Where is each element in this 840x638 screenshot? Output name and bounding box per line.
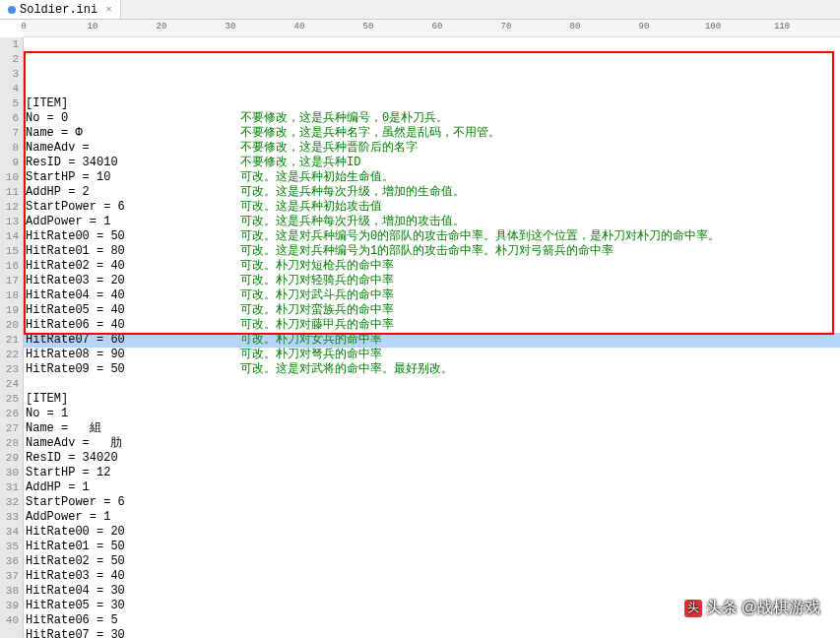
code-line[interactable]: Name = Φ不要修改，这是兵种名字，虽然是乱码，不用管。	[24, 126, 840, 141]
code-line[interactable]: HitRate02 = 50	[24, 554, 840, 569]
code-line[interactable]: HitRate05 = 40可改。朴刀对蛮族兵的命中率	[24, 303, 840, 318]
comment-text: 可改。朴刀对弩兵的命中率	[240, 348, 382, 362]
ruler-mark: 30	[226, 22, 236, 32]
line-number: 30	[0, 466, 19, 480]
line-number: 15	[0, 244, 19, 259]
ruler-mark: 0	[21, 22, 26, 32]
code-line[interactable]: AddPower = 1可改。这是兵种每次升级，增加的攻击值。	[24, 215, 840, 229]
code-text: HitRate04 = 40	[24, 288, 240, 303]
comment-text: 可改。这是对兵种编号为0的部队的攻击命中率。具体到这个位置，是朴刀对朴刀的命中率…	[240, 229, 720, 244]
code-line[interactable]: HitRate01 = 80可改。这是对兵种编号为1的部队的攻击命中率。朴刀对弓…	[24, 244, 840, 259]
code-line[interactable]: HitRate07 = 60可改。朴刀对女兵的命中率	[24, 333, 840, 348]
code-line[interactable]: No = 1	[24, 407, 840, 421]
comment-text: 可改。朴刀对武斗兵的命中率	[240, 288, 394, 303]
line-number: 14	[0, 229, 19, 244]
code-line[interactable]: ResID = 34020	[24, 451, 840, 466]
line-number: 8	[0, 141, 19, 156]
code-line[interactable]: Name = 組	[24, 421, 840, 436]
watermark: 头 头条 @战棋游戏	[684, 598, 820, 618]
comment-text: 可改。朴刀对藤甲兵的命中率	[240, 318, 394, 333]
code-line[interactable]: [ITEM]	[24, 392, 840, 407]
line-number: 21	[0, 333, 19, 348]
code-text: HitRate01 = 50	[24, 540, 240, 554]
code-line[interactable]: StartHP = 12	[24, 466, 840, 480]
code-line[interactable]: AddHP = 1	[24, 480, 840, 495]
line-number: 19	[0, 303, 19, 318]
code-line[interactable]: HitRate00 = 50可改。这是对兵种编号为0的部队的攻击命中率。具体到这…	[24, 229, 840, 244]
code-text: AddHP = 1	[24, 480, 240, 495]
code-line[interactable]: ResID = 34010不要修改，这是兵种ID	[24, 156, 840, 170]
comment-text: 可改。这是对兵种编号为1的部队的攻击命中率。朴刀对弓箭兵的命中率	[240, 244, 614, 259]
code-line[interactable]: AddHP = 2可改。这是兵种每次升级，增加的生命值。	[24, 185, 840, 200]
code-line[interactable]	[24, 82, 840, 96]
comment-text: 可改。这是兵种每次升级，增加的攻击值。	[240, 215, 465, 229]
code-line[interactable]	[24, 377, 840, 392]
code-text: HitRate06 = 40	[24, 318, 240, 333]
code-text: HitRate03 = 20	[24, 274, 240, 288]
code-text: StartHP = 10	[24, 170, 240, 185]
ruler: 0102030405060708090100110	[24, 20, 840, 37]
code-text: HitRate06 = 5	[24, 613, 240, 628]
line-number: 1	[0, 37, 19, 52]
code-line[interactable]: No = 0不要修改，这是兵种编号，0是朴刀兵。	[24, 111, 840, 126]
code-text: Name = Φ	[24, 126, 240, 141]
comment-text: 可改。朴刀对短枪兵的命中率	[240, 259, 394, 274]
code-text: ResID = 34020	[24, 451, 240, 466]
code-area[interactable]: [ITEM]No = 0不要修改，这是兵种编号，0是朴刀兵。Name = Φ不要…	[24, 37, 840, 638]
code-line[interactable]: HitRate02 = 40可改。朴刀对短枪兵的命中率	[24, 259, 840, 274]
code-line[interactable]: [ITEM]	[24, 96, 840, 111]
code-text: HitRate04 = 30	[24, 584, 240, 599]
line-number: 40	[0, 613, 19, 628]
code-line[interactable]: HitRate09 = 50可改。这是对武将的命中率。最好别改。	[24, 362, 840, 377]
ruler-mark: 70	[501, 22, 512, 32]
tab-soldier-ini[interactable]: Soldier.ini ×	[0, 0, 121, 19]
code-line[interactable]: NameAdv = 肋	[24, 436, 840, 451]
code-line[interactable]: HitRate00 = 20	[24, 525, 840, 540]
watermark-text: @战棋游戏	[742, 598, 820, 618]
code-line[interactable]: HitRate08 = 90可改。朴刀对弩兵的命中率	[24, 348, 840, 362]
code-line[interactable]: HitRate04 = 30	[24, 584, 840, 599]
code-line[interactable]: HitRate03 = 40	[24, 569, 840, 584]
comment-text: 可改。这是兵种每次升级，增加的生命值。	[240, 185, 465, 200]
code-text: No = 1	[24, 407, 240, 421]
code-line[interactable]: StartPower = 6可改。这是兵种初始攻击值	[24, 200, 840, 215]
code-line[interactable]: HitRate04 = 40可改。朴刀对武斗兵的命中率	[24, 288, 840, 303]
line-number: 34	[0, 525, 19, 540]
tab-bar: Soldier.ini ×	[0, 0, 840, 20]
code-text: ResID = 34010	[24, 156, 240, 170]
editor[interactable]: 1234567891011121314151617181920212223242…	[0, 37, 840, 638]
code-line[interactable]: NameAdv =不要修改，这是兵种晋阶后的名字	[24, 141, 840, 156]
line-number: 13	[0, 215, 19, 229]
comment-text: 可改。朴刀对蛮族兵的命中率	[240, 303, 394, 318]
comment-text: 不要修改，这是兵种名字，虽然是乱码，不用管。	[240, 126, 500, 141]
code-line[interactable]: HitRate03 = 20可改。朴刀对轻骑兵的命中率	[24, 274, 840, 288]
code-line[interactable]: AddPower = 1	[24, 510, 840, 525]
line-number: 29	[0, 451, 19, 466]
comment-text: 可改。这是兵种初始攻击值	[240, 200, 382, 215]
comment-text: 不要修改，这是兵种晋阶后的名字	[240, 141, 418, 156]
comment-text: 不要修改，这是兵种ID	[240, 156, 360, 170]
close-icon[interactable]: ×	[105, 4, 112, 16]
line-number: 35	[0, 540, 19, 554]
code-text: HitRate09 = 50	[24, 362, 240, 377]
code-text: HitRate00 = 50	[24, 229, 240, 244]
ruler-mark: 50	[363, 22, 374, 32]
line-number: 28	[0, 436, 19, 451]
line-number: 25	[0, 392, 19, 407]
code-text: HitRate07 = 60	[24, 333, 240, 348]
code-line[interactable]: StartPower = 6	[24, 495, 840, 510]
line-number: 27	[0, 421, 19, 436]
code-line[interactable]: StartHP = 10可改。这是兵种初始生命值。	[24, 170, 840, 185]
ruler-mark: 40	[294, 22, 305, 32]
tab-modified-dot-icon	[8, 6, 16, 14]
code-text: HitRate03 = 40	[24, 569, 240, 584]
code-line[interactable]: HitRate01 = 50	[24, 540, 840, 554]
ruler-mark: 110	[774, 22, 790, 32]
line-number: 23	[0, 362, 19, 377]
code-line[interactable]: HitRate06 = 40可改。朴刀对藤甲兵的命中率	[24, 318, 840, 333]
code-text: HitRate07 = 30	[24, 628, 240, 638]
code-line[interactable]: HitRate07 = 30	[24, 628, 840, 638]
line-number: 18	[0, 288, 19, 303]
line-number: 4	[0, 82, 19, 96]
code-text: StartPower = 6	[24, 495, 240, 510]
